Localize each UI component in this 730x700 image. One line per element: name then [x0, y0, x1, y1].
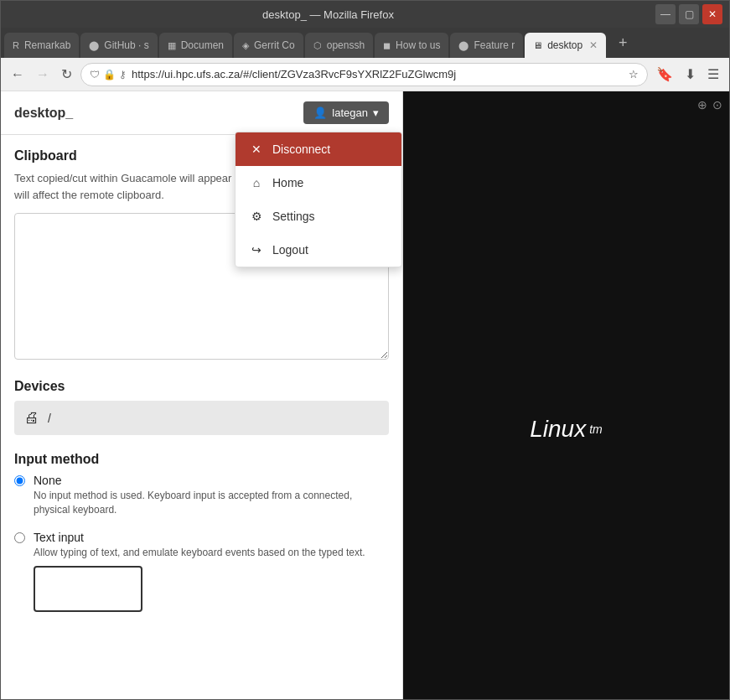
- settings-button[interactable]: ⚙ Settings: [236, 200, 401, 233]
- input-none-content: None No input method is used. Keyboard i…: [34, 474, 389, 517]
- side-panel: desktop_ 👤 lategan ▾ ✕ Disconnect ⌂ Home: [1, 91, 403, 699]
- devices-title: Devices: [14, 379, 389, 394]
- panel-header: desktop_ 👤 lategan ▾ ✕ Disconnect ⌂ Home: [1, 91, 402, 135]
- main-content: desktop_ 👤 lategan ▾ ✕ Disconnect ⌂ Home: [1, 91, 729, 699]
- tab-label-desktop: desktop: [547, 39, 582, 51]
- tab-openssh[interactable]: ⬡ openssh: [305, 33, 373, 58]
- tm-mark: tm: [589, 423, 603, 436]
- tab-icon-openssh: ⬡: [313, 40, 322, 51]
- user-icon: 👤: [313, 106, 327, 119]
- input-none-radio[interactable]: [14, 475, 25, 486]
- remote-os-text: Linuxtm: [530, 416, 603, 443]
- address-security-icons: 🛡 🔒 ⚷: [90, 69, 127, 80]
- input-none-option: None No input method is used. Keyboard i…: [14, 474, 389, 517]
- input-text-content: Text input Allow typing of text, and emu…: [34, 531, 365, 613]
- input-text-desc: Allow typing of text, and emulate keyboa…: [34, 546, 365, 560]
- tab-label-how-to-use: How to us: [396, 39, 440, 51]
- forward-button[interactable]: →: [33, 64, 53, 86]
- input-text-label: Text input: [34, 531, 365, 544]
- bookmark-collections-button[interactable]: 🔖: [653, 63, 676, 86]
- tab-close-desktop[interactable]: ✕: [589, 39, 598, 51]
- title-bar: desktop_ — Mozilla Firefox — ▢ ✕: [1, 1, 729, 28]
- tab-feature[interactable]: ⬤ Feature r: [450, 33, 523, 58]
- shield-icon: 🛡: [90, 69, 100, 80]
- os-name: Linux: [530, 416, 586, 443]
- tab-label-documents: Documen: [181, 39, 224, 51]
- tab-bar: R Remarkab ⬤ GitHub · s ▦ Documen ◈ Gerr…: [1, 28, 729, 58]
- tab-documents[interactable]: ▦ Documen: [159, 33, 232, 58]
- user-dropdown-button[interactable]: 👤 lategan ▾: [303, 101, 389, 124]
- home-button[interactable]: ⌂ Home: [236, 166, 401, 200]
- tab-label-github: GitHub · s: [104, 39, 148, 51]
- devices-section: Devices 🖨 /: [14, 379, 389, 435]
- input-method-section: Input method None No input method is use…: [14, 452, 389, 612]
- remote-menu-icon[interactable]: ⊙: [712, 98, 722, 111]
- back-button[interactable]: ←: [8, 64, 28, 86]
- address-text: https://ui.hpc.ufs.ac.za/#/client/ZGVza3…: [132, 68, 624, 80]
- input-text-option: Text input Allow typing of text, and emu…: [14, 531, 389, 613]
- tab-how-to-use[interactable]: ◼ How to us: [375, 33, 448, 58]
- logout-icon: ↪: [249, 243, 264, 257]
- menu-button[interactable]: ☰: [704, 63, 722, 86]
- tab-remarkably[interactable]: R Remarkab: [4, 33, 79, 58]
- title-controls: — ▢ ✕: [655, 4, 722, 24]
- dropdown-menu: ✕ Disconnect ⌂ Home ⚙ Settings ↪ Logout: [235, 132, 402, 267]
- input-text-radio[interactable]: [14, 532, 25, 543]
- tab-label-gerrit: Gerrit Co: [254, 39, 295, 51]
- close-button[interactable]: ✕: [702, 4, 722, 24]
- minimize-button[interactable]: —: [655, 4, 676, 24]
- downloads-button[interactable]: ⬇: [681, 63, 699, 86]
- nav-bar: ← → ↻ 🛡 🔒 ⚷ https://ui.hpc.ufs.ac.za/#/c…: [1, 58, 729, 91]
- tab-gerrit[interactable]: ◈ Gerrit Co: [234, 33, 303, 58]
- remote-desktop-panel: ⊕ ⊙ Linuxtm: [403, 91, 729, 699]
- logout-button[interactable]: ↪ Logout: [236, 233, 401, 267]
- home-label: Home: [272, 176, 303, 189]
- remote-settings-icon[interactable]: ⊕: [697, 98, 707, 111]
- maximize-button[interactable]: ▢: [679, 4, 699, 24]
- settings-label: Settings: [272, 210, 315, 223]
- home-icon: ⌂: [249, 176, 264, 189]
- user-name: lategan: [332, 106, 368, 119]
- key-icon: ⚷: [119, 69, 127, 80]
- panel-title: desktop_: [14, 106, 73, 121]
- remote-controls: ⊕ ⊙: [697, 98, 722, 111]
- window-title: desktop_ — Mozilla Firefox: [8, 8, 649, 21]
- logout-label: Logout: [272, 243, 308, 257]
- new-tab-button[interactable]: +: [611, 31, 634, 54]
- tab-desktop[interactable]: 🖥 desktop ✕: [525, 33, 606, 58]
- address-bar[interactable]: 🛡 🔒 ⚷ https://ui.hpc.ufs.ac.za/#/client/…: [80, 63, 648, 86]
- disconnect-label: Disconnect: [272, 143, 330, 156]
- tab-icon-desktop: 🖥: [533, 40, 542, 50]
- tab-label-remarkably: Remarkab: [24, 39, 70, 51]
- tab-label-openssh: openssh: [327, 39, 365, 51]
- tab-icon-documents: ▦: [168, 40, 176, 51]
- reload-button[interactable]: ↻: [58, 63, 75, 86]
- device-item: 🖨 /: [14, 401, 389, 435]
- tab-icon-gerrit: ◈: [242, 40, 249, 51]
- disconnect-button[interactable]: ✕ Disconnect: [236, 132, 401, 166]
- tab-icon-feature: ⬤: [458, 40, 469, 51]
- input-method-title: Input method: [14, 452, 389, 467]
- device-drive-icon: 🖨: [24, 409, 39, 427]
- tab-icon-github: ⬤: [89, 40, 99, 51]
- disconnect-icon: ✕: [249, 143, 264, 156]
- input-none-label: None: [34, 474, 389, 487]
- lock-icon: 🔒: [103, 69, 116, 80]
- device-label: /: [48, 412, 51, 425]
- input-none-desc: No input method is used. Keyboard input …: [34, 489, 389, 517]
- tab-github[interactable]: ⬤ GitHub · s: [80, 33, 157, 58]
- dropdown-arrow-icon: ▾: [373, 106, 379, 119]
- bookmark-icon[interactable]: ☆: [629, 68, 639, 80]
- text-input-preview: [34, 566, 142, 612]
- tab-label-feature: Feature r: [474, 39, 515, 51]
- tab-icon-how-to-use: ◼: [383, 40, 391, 51]
- settings-icon: ⚙: [249, 210, 264, 223]
- browser-window: desktop_ — Mozilla Firefox — ▢ ✕ R Remar…: [0, 0, 730, 700]
- tab-icon-remarkably: R: [13, 40, 19, 50]
